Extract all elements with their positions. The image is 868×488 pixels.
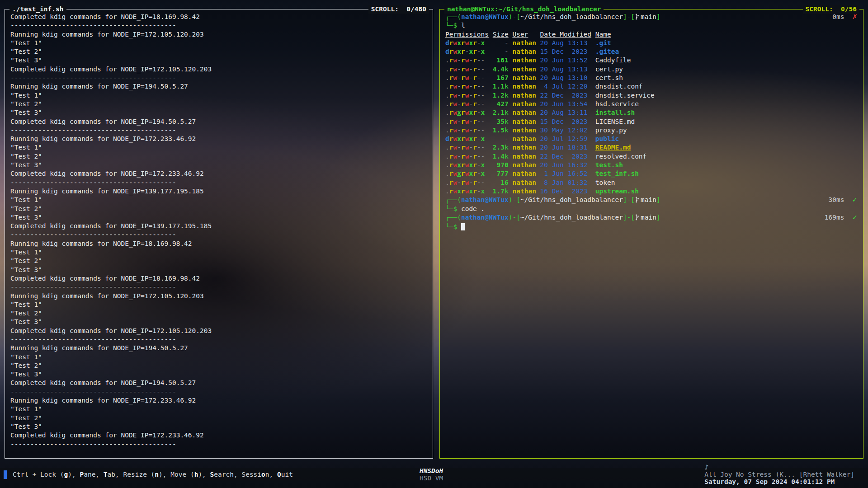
file-name: hsd.service [595,100,639,108]
terminal-output-line: "Test 2" [10,361,427,370]
tab-bar: HNSDoH HSD VM [404,460,453,488]
terminal-output-line: ----------------------------------------… [10,335,427,344]
left-pane-content[interactable]: Completed kdig commands for NODE_IP=18.1… [5,9,433,450]
right-pane-content[interactable]: ┌──(nathan@NWTux)-[~/Git/hns_doh_loadbal… [440,9,863,450]
left-pane-title: ./test_inf.sh [9,5,66,14]
failure-icon: ✗ [852,13,858,20]
terminal-output-line: "Test 2" [10,257,427,265]
file-row: .rw-rw-r-- 161 nathan 20 Jun 13:52 Caddy… [445,56,858,65]
git-branch-icon [635,213,639,222]
file-name: .gitea [595,48,619,55]
terminal-output-line: ----------------------------------------… [10,126,427,135]
terminal-output-line: "Test 1" [10,39,427,47]
terminal-output-line: "Test 2" [10,152,427,161]
terminal-output-line: "Test 2" [10,205,427,213]
terminal-output-line: "Test 2" [10,414,427,422]
terminal-output-line: Completed kdig commands for NODE_IP=139.… [10,222,427,230]
tab-hsd-vm[interactable]: HSD VM [420,474,443,482]
terminal-output-line: ----------------------------------------… [10,283,427,291]
terminal-output-line: "Test 1" [10,196,427,204]
terminal-output-line: ----------------------------------------… [10,21,427,30]
terminal-output-line: Completed kdig commands for NODE_IP=172.… [10,327,427,335]
terminal-output-line: Running kdig commands for NODE_IP=172.23… [10,396,427,405]
file-row: .rw-rw-r-- 4.4k nathan 20 Aug 13:13 cert… [445,65,858,74]
file-name: dnsdist.service [595,92,655,99]
terminal-output-line: Running kdig commands for NODE_IP=139.17… [10,449,427,450]
terminal-output-line: Completed kdig commands for NODE_IP=18.1… [10,13,427,21]
file-row: .rw-rw-r-- 1.2k nathan 22 Dec 2023 dnsdi… [445,91,858,100]
terminal-output-line: Completed kdig commands for NODE_IP=172.… [10,169,427,178]
prompt-line: ┌──(nathan@NWTux)-[~/Git/hns_doh_loadbal… [445,196,858,204]
terminal-output-line: "Test 3" [10,213,427,222]
file-row: .rw-rw-r-- 427 nathan 20 Jun 13:54 hsd.s… [445,100,858,108]
mode-indicator-block [4,470,7,479]
file-row: .rw-rw-r-- 1.5k nathan 30 May 12:02 prox… [445,126,858,135]
terminal-output-line: "Test 2" [10,100,427,108]
prompt-line: ┌──(nathan@NWTux)-[~/Git/hns_doh_loadbal… [445,13,858,21]
success-icon: ✓ [852,196,858,203]
status-bar: Ctrl + Lock (g), Pane, Tab, Resize (n), … [0,468,868,481]
terminal-output-line: Completed kdig commands for NODE_IP=172.… [10,65,427,74]
terminal-output-line: ----------------------------------------… [10,230,427,239]
git-branch-icon [635,196,639,204]
terminal-output-line: Running kdig commands for NODE_IP=172.10… [10,30,427,39]
terminal-output-line: "Test 1" [10,353,427,361]
prompt-line: ┌──(nathan@NWTux)-[~/Git/hns_doh_loadbal… [445,213,858,222]
file-name: upstream.sh [595,188,639,195]
terminal-output-line: Completed kdig commands for NODE_IP=194.… [10,117,427,126]
terminal-output-line: Running kdig commands for NODE_IP=172.10… [10,292,427,300]
file-row: .rw-rw-r-- 1.4k nathan 22 Dec 2023 resol… [445,152,858,161]
terminal-output-line: Running kdig commands for NODE_IP=194.50… [10,344,427,352]
file-name: test.sh [595,161,623,169]
file-row: .rw-rw-r-- 2.3k nathan 20 Jun 18:31 READ… [445,143,858,152]
file-name: resolved.conf [595,153,647,160]
file-row: drwxr-xr-x - nathan 15 Dec 2023 .gitea [445,47,858,56]
file-row: .rw-rw-r-- 16 nathan 8 Jan 01:32 token [445,178,858,187]
terminal-output-line: "Test 1" [10,248,427,257]
terminal-output-line: "Test 3" [10,318,427,326]
file-name: cert.sh [595,74,623,81]
terminal-output-line: ----------------------------------------… [10,440,427,449]
left-pane-scroll-indicator: SCROLL: 0/480 [368,5,429,14]
file-row: .rw-rw-r-- 167 nathan 20 Aug 13:10 cert.… [445,74,858,82]
file-row: .rwxrwxr-x 970 nathan 20 Jun 16:32 test.… [445,161,858,169]
terminal-output-line: "Test 2" [10,309,427,318]
terminal-output-line: Running kdig commands for NODE_IP=194.50… [10,82,427,91]
file-name: README.md [595,144,631,151]
terminal-output-line: "Test 1" [10,405,427,413]
file-name: .git [595,39,611,47]
command-line: └─$ l [445,21,858,30]
file-row: drwxrwxr-x - nathan 20 Jul 12:59 public [445,135,858,143]
file-name: LICENSE.md [595,118,635,125]
terminal-output-line: "Test 1" [10,300,427,309]
terminal-output-line: Completed kdig commands for NODE_IP=172.… [10,431,427,440]
file-row: .rwxrwxr-x 1.7k nathan 16 Dec 2023 upstr… [445,187,858,196]
file-name: dnsdist.conf [595,83,643,90]
now-playing: All Joy No Stress (K... [Rhett Walker] [704,471,854,478]
right-terminal-pane[interactable]: nathan@NWTux:~/Git/hns_doh_loadbalancer … [439,9,863,459]
file-row: .rwxrwxr-x 2.1k nathan 20 Aug 13:11 inst… [445,108,858,117]
file-name: test_inf.sh [595,170,639,177]
right-pane-scroll-indicator: SCROLL: 0/56 [803,5,860,14]
terminal-output-line: Completed kdig commands for NODE_IP=194.… [10,379,427,387]
tab-hnsdoh[interactable]: HNSDoH [420,467,443,474]
music-note-icon: ♪ [704,464,708,471]
terminal-output-line: Running kdig commands for NODE_IP=172.23… [10,135,427,143]
status-bar-right: ♪ All Joy No Stress (K... [Rhett Walker]… [689,456,864,488]
left-terminal-pane[interactable]: ./test_inf.sh SCROLL: 0/480 Completed kd… [5,9,433,459]
file-row: .rw-rw-r-- 35k nathan 15 Dec 2023 LICENS… [445,117,858,126]
terminal-cursor [461,223,465,230]
file-name: proxy.py [595,127,627,134]
file-name: cert.py [595,66,623,73]
terminal-output-line: Running kdig commands for NODE_IP=18.169… [10,239,427,248]
terminal-output-line: "Test 1" [10,143,427,152]
git-branch-icon [635,13,639,21]
terminal-output-line: "Test 3" [10,370,427,379]
terminal-output-line: "Test 2" [10,47,427,56]
command-line: └─$ code . [445,205,858,213]
terminal-output-line: Completed kdig commands for NODE_IP=18.1… [10,274,427,283]
listing-header: Permissions Size User Date Modified Name [445,30,858,39]
terminal-output-line: "Test 1" [10,91,427,100]
file-name: public [595,135,619,142]
command-line: └─$ [445,222,858,230]
